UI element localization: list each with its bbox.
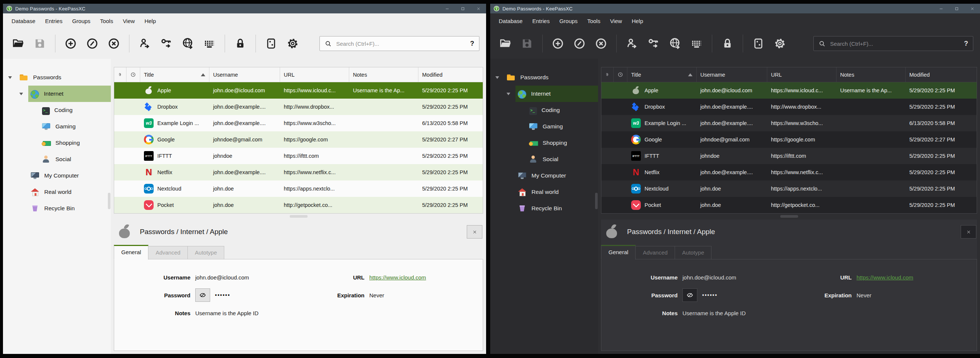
minimize-button[interactable] xyxy=(439,4,455,13)
new-entry-button[interactable] xyxy=(549,35,566,52)
collapse-arrow-icon[interactable] xyxy=(19,93,23,95)
edit-entry-button[interactable] xyxy=(84,35,101,52)
copy-username-button[interactable] xyxy=(136,35,153,52)
tree-item-shopping[interactable]: Shopping xyxy=(3,135,111,151)
tree-item-real-world[interactable]: Real world xyxy=(3,184,111,200)
lock-database-button[interactable] xyxy=(232,35,249,52)
tree-item-my-computer[interactable]: My Computer xyxy=(3,168,111,184)
expiration-column-header[interactable] xyxy=(126,67,140,82)
search-input[interactable] xyxy=(830,41,959,47)
close-preview-button[interactable] xyxy=(961,225,976,238)
menu-view[interactable]: View xyxy=(605,15,627,27)
entry-row-ifttt[interactable]: IFTTT johndoe https://ifttt.com 5/29/202… xyxy=(601,148,977,164)
tree-item-real-world[interactable]: Real world xyxy=(490,184,598,200)
horizontal-splitter[interactable] xyxy=(114,214,483,220)
collapse-arrow-icon[interactable] xyxy=(495,76,499,79)
notes-column-header[interactable]: Notes xyxy=(349,67,418,82)
maximize-button[interactable] xyxy=(455,4,471,13)
new-entry-button[interactable] xyxy=(62,35,79,52)
delete-entry-button[interactable] xyxy=(105,35,123,52)
entry-row-pocket[interactable]: Pocket john.doe http://getpocket.co... 5… xyxy=(114,197,483,213)
search-input[interactable] xyxy=(336,41,466,47)
menu-help[interactable]: Help xyxy=(140,15,161,27)
title-column-header[interactable]: Title xyxy=(627,67,697,82)
copy-password-button[interactable] xyxy=(158,35,175,52)
lock-database-button[interactable] xyxy=(719,35,736,52)
url-link[interactable]: https://www.icloud.com xyxy=(856,274,913,281)
tree-item-internet[interactable]: Internet xyxy=(490,86,598,102)
url-column-header[interactable]: URL xyxy=(767,67,837,82)
expiration-column-header[interactable] xyxy=(614,67,627,82)
save-database-button[interactable] xyxy=(31,35,48,52)
splitter-handle[interactable] xyxy=(780,215,798,218)
toggle-password-visibility-button[interactable] xyxy=(195,288,210,302)
tab-autotype[interactable]: Autotype xyxy=(188,246,224,259)
username-column-header[interactable]: Username xyxy=(697,67,767,82)
tree-item-internet[interactable]: Internet xyxy=(3,86,111,102)
menu-view[interactable]: View xyxy=(118,15,140,27)
entry-row-dropbox[interactable]: Dropbox john.doe@example.... http://www.… xyxy=(601,99,977,115)
entry-row-example-login[interactable]: Example Login ... john.doe@example.... h… xyxy=(114,115,483,131)
tree-item-passwords[interactable]: Passwords xyxy=(490,69,598,86)
tree-item-recycle-bin[interactable]: Recycle Bin xyxy=(3,200,111,217)
horizontal-splitter[interactable] xyxy=(601,214,977,220)
copy-username-button[interactable] xyxy=(623,35,640,52)
save-database-button[interactable] xyxy=(519,35,536,52)
notes-column-header[interactable]: Notes xyxy=(837,67,905,82)
url-link[interactable]: https://www.icloud.com xyxy=(369,274,426,281)
entry-row-nextcloud[interactable]: Nextcloud john.doe https://apps.nextclo.… xyxy=(114,181,483,197)
title-bar[interactable]: Demo Passwords - KeePassXC xyxy=(3,4,486,13)
modified-column-header[interactable]: Modified xyxy=(418,67,483,82)
entry-row-nextcloud[interactable]: Nextcloud john.doe https://apps.nextclo.… xyxy=(601,181,977,197)
open-database-button[interactable] xyxy=(10,35,27,52)
menu-groups[interactable]: Groups xyxy=(555,15,582,27)
modified-column-header[interactable]: Modified xyxy=(905,67,977,82)
tree-item-coding[interactable]: Coding xyxy=(490,102,598,118)
toggle-password-visibility-button[interactable] xyxy=(682,288,697,302)
tab-general[interactable]: General xyxy=(114,245,148,260)
copy-url-button[interactable] xyxy=(179,35,196,52)
tree-scrollbar-thumb[interactable] xyxy=(108,193,110,209)
tab-advanced[interactable]: Advanced xyxy=(636,246,675,259)
collapse-arrow-icon[interactable] xyxy=(8,76,12,79)
tree-item-my-computer[interactable]: My Computer xyxy=(490,168,598,184)
password-generator-button[interactable] xyxy=(262,35,280,52)
edit-entry-button[interactable] xyxy=(571,35,588,52)
title-column-header[interactable]: Title xyxy=(140,67,209,82)
search-help-button[interactable]: ? xyxy=(470,40,474,48)
menu-database[interactable]: Database xyxy=(7,15,40,27)
tree-item-coding[interactable]: Coding xyxy=(3,102,111,118)
close-button[interactable] xyxy=(964,4,980,13)
entry-row-example-login[interactable]: Example Login ... john.doe@example.... h… xyxy=(601,115,977,131)
copy-url-button[interactable] xyxy=(667,35,684,52)
entry-row-ifttt[interactable]: IFTTT johndoe https://ifttt.com 5/29/202… xyxy=(114,148,483,164)
perform-autotype-button[interactable] xyxy=(201,35,218,52)
menu-tools[interactable]: Tools xyxy=(95,15,118,27)
menu-tools[interactable]: Tools xyxy=(582,15,605,27)
delete-entry-button[interactable] xyxy=(592,35,609,52)
entry-row-google[interactable]: Google johndoe@gmail.com https://google.… xyxy=(114,131,483,148)
splitter-handle[interactable] xyxy=(290,215,307,218)
collapse-arrow-icon[interactable] xyxy=(507,93,510,95)
entry-row-google[interactable]: Google johndoe@gmail.com https://google.… xyxy=(601,131,977,148)
tab-autotype[interactable]: Autotype xyxy=(675,246,711,259)
close-preview-button[interactable] xyxy=(467,225,482,238)
minimize-button[interactable] xyxy=(933,4,949,13)
settings-button[interactable] xyxy=(772,35,789,52)
maximize-button[interactable] xyxy=(949,4,964,13)
title-bar[interactable]: Demo Passwords - KeePassXC xyxy=(490,4,980,13)
tab-general[interactable]: General xyxy=(601,245,636,260)
search-box[interactable]: ? xyxy=(320,36,479,51)
perform-autotype-button[interactable] xyxy=(688,35,705,52)
search-help-button[interactable]: ? xyxy=(964,40,968,48)
tree-item-recycle-bin[interactable]: Recycle Bin xyxy=(490,200,598,217)
menu-database[interactable]: Database xyxy=(494,15,527,27)
search-box[interactable]: ? xyxy=(813,36,973,51)
menu-entries[interactable]: Entries xyxy=(527,15,555,27)
settings-button[interactable] xyxy=(284,35,301,52)
open-database-button[interactable] xyxy=(497,35,514,52)
menu-entries[interactable]: Entries xyxy=(40,15,67,27)
tree-item-gaming[interactable]: Gaming xyxy=(490,118,598,135)
entry-row-dropbox[interactable]: Dropbox john.doe@example.... http://www.… xyxy=(114,99,483,115)
vertical-splitter[interactable] xyxy=(111,59,114,354)
